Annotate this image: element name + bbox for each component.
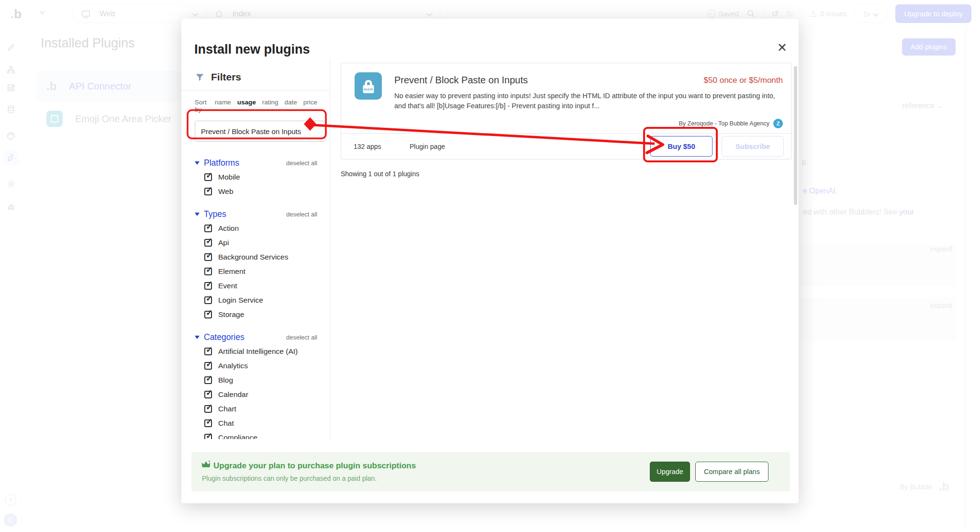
crown-icon: [201, 460, 211, 468]
filter-checkbox-row[interactable]: Login Service: [195, 295, 317, 306]
filter-option-label: Web: [218, 187, 234, 196]
filters-heading: Filters: [211, 71, 241, 83]
checkbox-checked-icon[interactable]: [204, 296, 212, 304]
filter-option-label: Api: [218, 238, 229, 247]
checkbox-checked-icon[interactable]: [204, 434, 212, 439]
filter-option-label: Background Services: [218, 253, 288, 261]
filter-option-label: Login Service: [218, 296, 263, 305]
filter-checkbox-row[interactable]: Chart: [195, 404, 317, 414]
banner-subtext: Plugin subscriptions can only be purchas…: [202, 475, 377, 482]
triangle-down-icon: [195, 161, 200, 165]
filter-checkbox-row[interactable]: Api: [195, 238, 317, 248]
section-header: Platforms deselect all: [195, 158, 317, 168]
filter-checkbox-row[interactable]: Compliance: [195, 432, 317, 439]
checkbox-checked-icon[interactable]: [204, 188, 212, 195]
filter-option-label: Element: [218, 267, 245, 276]
modal-title: Install new plugins: [194, 42, 310, 57]
plugin-byline: By Zeroqode - Top Bubble Agency Z: [679, 119, 783, 128]
subscribe-button: Subscribe: [722, 136, 784, 157]
section-title[interactable]: Categories: [204, 332, 245, 342]
deselect-all-link[interactable]: deselect all: [286, 159, 317, 167]
filter-option-label: Calendar: [218, 390, 248, 399]
buy-button[interactable]: Buy $50: [650, 136, 713, 157]
sort-option-date[interactable]: date: [284, 99, 297, 106]
plugin-price: $50 once or $5/month: [704, 76, 783, 85]
sort-option-rating[interactable]: rating: [262, 99, 278, 106]
filter-checkbox-row[interactable]: Storage: [195, 309, 317, 320]
sort-row: Sort by name usage rating date price: [195, 99, 317, 113]
checkbox-checked-icon[interactable]: [204, 311, 212, 318]
checkbox-checked-icon[interactable]: [204, 362, 212, 370]
results-count: Showing 1 out of 1 plugins: [341, 170, 419, 178]
plugin-page-link[interactable]: Plugin page: [410, 143, 445, 150]
plugin-card: PASTE Prevent / Block Paste on Inputs $5…: [341, 63, 792, 159]
filter-funnel-icon: [195, 72, 205, 82]
filter-option-label: Chat: [218, 419, 234, 428]
filters-scrollbar-thumb[interactable]: [794, 66, 797, 205]
banner-heading: Upgrade your plan to purchase plugin sub…: [213, 461, 416, 471]
filter-section-platforms: Platforms deselect all Mobile Web: [195, 158, 317, 197]
section-title[interactable]: Types: [204, 209, 226, 219]
checkbox-checked-icon[interactable]: [204, 405, 212, 413]
plugin-card-footer: 132 apps Plugin page Buy $50 Subscribe: [341, 134, 791, 160]
plugin-search-wrap: [191, 117, 329, 146]
filter-option-label: Mobile: [218, 173, 240, 181]
filter-checkbox-row[interactable]: Web: [195, 186, 317, 197]
filter-checkbox-row[interactable]: Chat: [195, 418, 317, 429]
filter-option-label: Blog: [218, 376, 233, 385]
install-plugins-modal: Install new plugins ✕ Filters Sort by na…: [181, 19, 799, 503]
upgrade-button[interactable]: Upgrade: [650, 462, 690, 482]
filter-option-label: Action: [218, 224, 239, 233]
checkbox-checked-icon[interactable]: [204, 225, 212, 232]
deselect-all-link[interactable]: deselect all: [286, 211, 317, 218]
plugin-title: Prevent / Block Paste on Inputs: [394, 75, 528, 86]
paste-lock-icon: PASTE: [355, 72, 382, 100]
sort-option-usage[interactable]: usage: [237, 99, 256, 106]
sort-option-price[interactable]: price: [303, 99, 317, 106]
filter-option-label: Chart: [218, 405, 236, 413]
checkbox-checked-icon[interactable]: [204, 268, 212, 275]
triangle-down-icon: [195, 336, 200, 339]
bubble-editor-screen: .b Web index ✓ Saved: [0, 0, 980, 532]
compare-plans-button[interactable]: Compare all plans: [695, 462, 768, 482]
plugin-search-input[interactable]: [195, 121, 325, 142]
filters-header: Filters: [195, 71, 317, 83]
upgrade-banner: Upgrade your plan to purchase plugin sub…: [191, 452, 790, 491]
checkbox-checked-icon[interactable]: [204, 348, 212, 355]
checkbox-checked-icon[interactable]: [204, 239, 212, 247]
checkbox-checked-icon[interactable]: [204, 253, 212, 261]
filter-option-label: Artificial Intelligence (AI): [218, 347, 298, 356]
filter-checkbox-row[interactable]: Element: [195, 266, 317, 277]
triangle-down-icon: [195, 213, 200, 216]
filter-option-label: Event: [218, 282, 237, 290]
filter-checkbox-row[interactable]: Analytics: [195, 361, 317, 371]
zeroqode-badge: Z: [773, 119, 783, 128]
filter-checkbox-row[interactable]: Action: [195, 223, 317, 234]
filter-checkbox-row[interactable]: Calendar: [195, 389, 317, 400]
sort-option-name[interactable]: name: [215, 99, 231, 106]
checkbox-checked-icon[interactable]: [204, 282, 212, 290]
svg-text:PASTE: PASTE: [363, 87, 373, 91]
sort-by-label: Sort by: [195, 99, 209, 113]
byline-text: By Zeroqode - Top Bubble Agency: [679, 120, 769, 127]
section-header: Types deselect all: [195, 209, 317, 219]
filter-option-label: Compliance: [218, 433, 257, 439]
checkbox-checked-icon[interactable]: [204, 376, 212, 384]
section-header: Categories deselect all: [195, 332, 317, 342]
filters-panel: Filters Sort by name usage rating date p…: [181, 59, 330, 439]
filter-checkbox-row[interactable]: Event: [195, 281, 317, 291]
checkbox-checked-icon[interactable]: [204, 173, 212, 181]
divider: [181, 90, 330, 91]
section-title[interactable]: Platforms: [204, 158, 239, 168]
filter-checkbox-row[interactable]: Mobile: [195, 172, 317, 182]
close-icon[interactable]: ✕: [777, 42, 787, 54]
filter-section-categories: Categories deselect all Artificial Intel…: [195, 332, 317, 439]
filter-checkbox-row[interactable]: Background Services: [195, 252, 317, 262]
filter-checkbox-row[interactable]: Blog: [195, 375, 317, 385]
filter-checkbox-row[interactable]: Artificial Intelligence (AI): [195, 346, 317, 357]
deselect-all-link[interactable]: deselect all: [286, 334, 317, 341]
checkbox-checked-icon[interactable]: [204, 419, 212, 427]
filter-option-label: Storage: [218, 310, 244, 319]
filter-section-types: Types deselect all Action Api: [195, 209, 317, 320]
checkbox-checked-icon[interactable]: [204, 391, 212, 398]
